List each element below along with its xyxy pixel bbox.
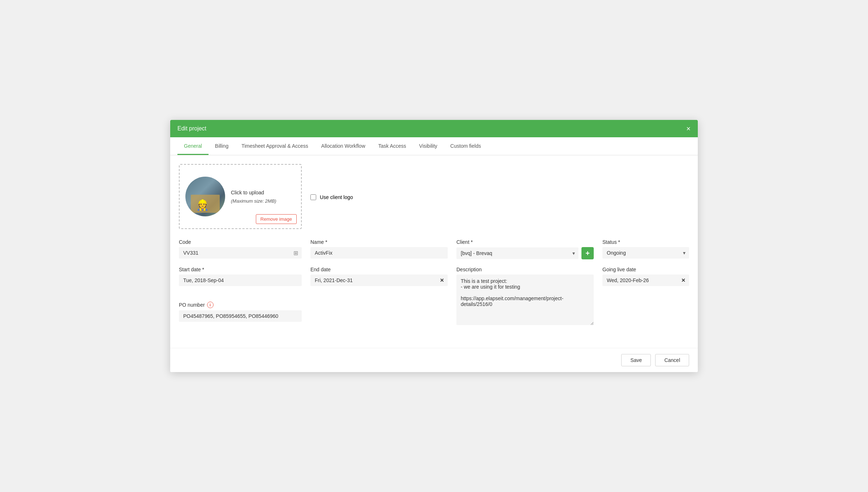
tab-custom-fields[interactable]: Custom fields: [444, 137, 487, 155]
going-live-date-field-group: Going live date ✕: [602, 267, 689, 290]
tab-general[interactable]: General: [177, 137, 209, 155]
end-date-label: End date: [310, 267, 448, 272]
image-upload-area[interactable]: Click to upload (Maximum size: 2MB) Remo…: [179, 164, 302, 229]
status-label: Status *: [602, 239, 689, 245]
status-select[interactable]: Ongoing Completed On Hold Cancelled: [602, 247, 689, 259]
code-field-group: Code ⊞: [179, 239, 302, 259]
modal-header: Edit project ×: [170, 120, 698, 137]
form-grid: Code ⊞ Name * Client *: [179, 239, 689, 333]
remove-image-button[interactable]: Remove image: [256, 214, 297, 224]
description-field-group: Description This is a test project: - we…: [456, 267, 594, 326]
use-client-logo-checkbox[interactable]: [310, 194, 316, 200]
start-date-input[interactable]: [179, 275, 302, 286]
end-date-input[interactable]: [310, 275, 448, 286]
code-label: Code: [179, 239, 302, 245]
save-button[interactable]: Save: [621, 354, 651, 366]
end-date-field-group: End date ✕: [310, 267, 448, 290]
upload-text-area: Click to upload (Maximum size: 2MB): [231, 190, 276, 204]
add-client-button[interactable]: +: [581, 247, 594, 259]
use-client-logo-label[interactable]: Use client logo: [320, 194, 353, 200]
modal-body: Click to upload (Maximum size: 2MB) Remo…: [170, 155, 698, 372]
po-number-label: PO number: [179, 302, 205, 308]
upload-max-size: (Maximum size: 2MB): [231, 198, 276, 204]
project-avatar: [185, 177, 225, 216]
description-textarea[interactable]: This is a test project: - we are using i…: [456, 275, 594, 325]
tab-task-access[interactable]: Task Access: [372, 137, 413, 155]
going-live-date-input[interactable]: [602, 275, 689, 286]
status-field-group: Status * Ongoing Completed On Hold Cance…: [602, 239, 689, 259]
going-live-date-input-wrapper: ✕: [602, 275, 689, 286]
name-label: Name *: [310, 239, 448, 245]
top-section: Click to upload (Maximum size: 2MB) Remo…: [179, 164, 689, 229]
end-date-clear-icon[interactable]: ✕: [440, 277, 444, 283]
status-select-wrapper: Ongoing Completed On Hold Cancelled ▾: [602, 247, 689, 259]
start-date-field-group: Start date *: [179, 267, 302, 290]
modal-title: Edit project: [177, 125, 206, 132]
tab-billing[interactable]: Billing: [209, 137, 235, 155]
going-live-date-label: Going live date: [602, 267, 689, 272]
edit-project-modal: Edit project × General Billing Timesheet…: [170, 120, 698, 372]
po-number-label-row: PO number i: [179, 302, 302, 308]
tab-visibility[interactable]: Visibility: [413, 137, 444, 155]
use-client-logo-section: Use client logo: [310, 165, 353, 229]
tab-bar: General Billing Timesheet Approval & Acc…: [170, 137, 698, 155]
client-row: [bvq] - Brevaq Acme Corp Test Client ▾ +: [456, 247, 594, 259]
end-date-input-wrapper: ✕: [310, 275, 448, 286]
po-number-info-icon[interactable]: i: [207, 302, 214, 308]
po-number-field-group: PO number i: [179, 302, 302, 326]
grid-icon: ⊞: [293, 250, 298, 256]
modal-body-wrapper: Click to upload (Maximum size: 2MB) Remo…: [170, 155, 698, 372]
client-label: Client *: [456, 239, 594, 245]
close-button[interactable]: ×: [686, 125, 691, 132]
code-input[interactable]: [179, 247, 302, 259]
client-select[interactable]: [bvq] - Brevaq Acme Corp Test Client: [456, 247, 579, 259]
cancel-button[interactable]: Cancel: [655, 354, 689, 366]
upload-click-text: Click to upload: [231, 190, 276, 195]
going-live-date-clear-icon[interactable]: ✕: [681, 277, 686, 283]
client-select-wrapper: [bvq] - Brevaq Acme Corp Test Client ▾: [456, 247, 579, 259]
tab-timesheet[interactable]: Timesheet Approval & Access: [235, 137, 315, 155]
modal-footer: Save Cancel: [170, 348, 698, 372]
start-date-label: Start date *: [179, 267, 302, 272]
code-input-wrapper: ⊞: [179, 247, 302, 259]
tab-allocation[interactable]: Allocation Workflow: [315, 137, 372, 155]
po-number-input[interactable]: [179, 310, 302, 322]
client-field-group: Client * [bvq] - Brevaq Acme Corp Test C…: [456, 239, 594, 259]
name-field-group: Name *: [310, 239, 448, 259]
description-label: Description: [456, 267, 594, 272]
name-input[interactable]: [310, 247, 448, 259]
